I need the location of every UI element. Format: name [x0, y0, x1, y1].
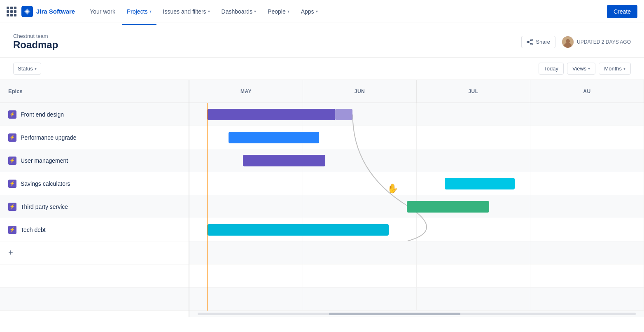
- epic-label: Third party service: [21, 203, 68, 210]
- epic-icon: ⚡: [8, 110, 16, 119]
- gantt-area: MAY JUN JUL AU: [189, 80, 644, 317]
- svg-line-4: [529, 40, 531, 42]
- gantt-cell: [417, 241, 530, 264]
- months-label: Months: [604, 65, 622, 72]
- gantt-row-3: [189, 172, 644, 195]
- gantt-cell: [530, 241, 644, 264]
- page-title: Roadmap: [13, 39, 58, 51]
- toolbar-left: Status ▾: [13, 63, 41, 75]
- views-label: Views: [572, 65, 586, 72]
- epic-row-third-party-service[interactable]: ⚡ Third party service: [0, 195, 189, 218]
- gantt-cell: [530, 288, 644, 310]
- epic-row-empty: [0, 288, 189, 311]
- gantt-row-add: [189, 241, 644, 264]
- breadcrumb: Chestnut team: [13, 33, 58, 39]
- gantt-cell: [303, 264, 417, 287]
- svg-line-5: [529, 42, 531, 44]
- page-header: Chestnut team Roadmap Share: [0, 23, 644, 58]
- bar-tech-debt[interactable]: [208, 224, 389, 236]
- gantt-cell: [303, 126, 417, 149]
- epic-label: Savings calculators: [21, 180, 70, 187]
- epics-column-header: Epics: [0, 80, 189, 103]
- gantt-cell: [530, 172, 644, 195]
- navbar: Jira Software Your work Projects ▾ Issue…: [0, 0, 644, 23]
- epic-label: User management: [21, 157, 68, 164]
- nav-your-work[interactable]: Your work: [85, 5, 120, 18]
- toolbar: Status ▾ Today Views ▾ Months ▾: [0, 58, 644, 80]
- gantt-cell: [417, 288, 530, 310]
- nav-dashboards[interactable]: Dashboards ▾: [217, 5, 261, 18]
- gantt-rows: ✋: [189, 103, 644, 311]
- epic-row-performance-upgrade[interactable]: ⚡ Performance upgrade: [0, 126, 189, 149]
- gantt-cell: [303, 195, 417, 218]
- create-button[interactable]: Create: [607, 5, 637, 18]
- gantt-cell: [417, 126, 530, 149]
- status-label: Status: [18, 65, 33, 72]
- epic-icon: ⚡: [8, 133, 16, 142]
- gantt-cell: [417, 103, 530, 126]
- epic-label: Front end design: [21, 111, 64, 118]
- today-line: [207, 103, 208, 311]
- epic-icon: ⚡: [8, 203, 16, 211]
- svg-point-1: [531, 39, 532, 41]
- scrollbar-thumb[interactable]: [329, 313, 460, 315]
- nav-people[interactable]: People ▾: [263, 5, 294, 18]
- epic-row-user-management[interactable]: ⚡ User management: [0, 149, 189, 172]
- epic-row-tech-debt[interactable]: ⚡ Tech debt: [0, 218, 189, 241]
- bar-user-management[interactable]: [243, 155, 325, 166]
- month-jul: JUL: [417, 80, 530, 103]
- share-icon: [527, 39, 533, 45]
- today-button[interactable]: Today: [539, 63, 564, 75]
- gantt-cell: [303, 288, 417, 310]
- updated-info: UPDATED 2 DAYS AGO: [562, 36, 631, 48]
- epics-column: Epics ⚡ Front end design ⚡ Performance u…: [0, 80, 189, 317]
- nav-apps[interactable]: Apps ▾: [296, 5, 323, 18]
- gantt-row-2: [189, 149, 644, 172]
- updated-text: UPDATED 2 DAYS AGO: [577, 39, 631, 45]
- chevron-down-icon: ▾: [254, 9, 256, 14]
- gantt-cell: [303, 241, 417, 264]
- bar-savings-calculators[interactable]: [445, 178, 515, 189]
- bar-third-party-service[interactable]: [407, 201, 489, 213]
- gantt-cell: [417, 264, 530, 287]
- gantt-row-5: [189, 218, 644, 241]
- jira-logo[interactable]: Jira Software: [21, 6, 75, 17]
- nav-issues-filters[interactable]: Issues and filters ▾: [158, 5, 215, 18]
- svg-point-7: [566, 39, 570, 43]
- epic-row-empty: [0, 264, 189, 288]
- scrollbar-track: [198, 313, 636, 315]
- gantt-row-4: [189, 195, 644, 218]
- epic-label: Tech debt: [21, 227, 46, 233]
- months-button[interactable]: Months ▾: [599, 63, 631, 75]
- gantt-row-empty: [189, 264, 644, 288]
- views-button[interactable]: Views ▾: [567, 63, 595, 75]
- svg-point-8: [564, 43, 572, 48]
- bar-performance-upgrade[interactable]: [229, 132, 319, 143]
- bar-front-end-design[interactable]: [208, 109, 335, 120]
- epic-icon: ⚡: [8, 226, 16, 234]
- epic-row-front-end-design[interactable]: ⚡ Front end design: [0, 103, 189, 126]
- apps-grid-icon[interactable]: [7, 7, 16, 16]
- gantt-cell: [530, 103, 644, 126]
- gantt-cell: [417, 218, 530, 241]
- share-button[interactable]: Share: [521, 36, 555, 48]
- epics-header-label: Epics: [8, 88, 23, 94]
- epic-row-savings-calculators[interactable]: ⚡ Savings calculators: [0, 172, 189, 195]
- gantt-cell: [530, 126, 644, 149]
- chevron-down-icon: ▾: [623, 66, 625, 71]
- header-right: Share UPDATED 2 DAYS AGO: [521, 36, 631, 48]
- epic-icon: ⚡: [8, 157, 16, 165]
- gantt-cell: [530, 195, 644, 218]
- chevron-down-icon: ▾: [35, 66, 37, 71]
- toolbar-right: Today Views ▾ Months ▾: [539, 63, 631, 75]
- roadmap-container: Epics ⚡ Front end design ⚡ Performance u…: [0, 80, 644, 317]
- month-may: MAY: [189, 80, 303, 103]
- share-label: Share: [536, 39, 550, 45]
- logo-text: Jira Software: [36, 8, 75, 15]
- status-filter-button[interactable]: Status ▾: [13, 63, 41, 75]
- gantt-row-empty: [189, 288, 644, 311]
- add-epic-button[interactable]: +: [0, 241, 189, 264]
- nav-projects[interactable]: Projects ▾: [122, 5, 156, 18]
- month-jun: JUN: [303, 80, 417, 103]
- epic-label: Performance upgrade: [21, 134, 76, 141]
